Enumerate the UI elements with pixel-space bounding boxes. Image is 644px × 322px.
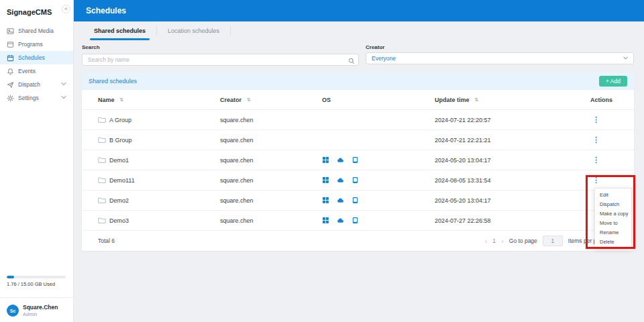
update-time: 2024-07-27 22:26:58 [435,217,590,224]
windows-os-icon [322,156,329,164]
row-actions-button[interactable]: ⋮ [590,136,602,144]
main-content: Schedules Shared schedules Location sche… [74,0,644,322]
sidebar-nav: Shared Media Programs Schedules Events D… [0,24,73,105]
context-menu-item-delete[interactable]: Delete [595,237,631,246]
column-header-name[interactable]: Name [98,97,115,103]
update-time: 2024-05-20 13:04:17 [435,197,590,204]
page-number[interactable]: 1 [492,237,496,244]
go-to-page-label: Go to page [509,237,537,244]
android-os-icon [352,156,359,164]
storage-usage-label: 1.76 / 15.00 GB Used [7,281,66,287]
update-time: 2024-05-20 13:04:17 [435,157,590,164]
creator-label: Creator [366,44,634,50]
sort-icon[interactable]: ⇅ [475,97,479,103]
context-menu-item-edit[interactable]: Edit [595,190,631,199]
row-actions-button[interactable]: ⋮ [590,115,602,124]
divider [230,26,231,36]
table-row[interactable]: B Group square.chen 2024-07-21 22:21:21 … [82,130,634,150]
context-menu-item-rename[interactable]: Rename [595,227,631,237]
next-page-button[interactable]: › [501,237,504,245]
folder-icon [98,196,106,205]
sidebar-item-dispatch[interactable]: Dispatch [0,78,73,91]
update-time: 2024-07-21 22:21:21 [435,137,590,144]
column-header-creator[interactable]: Creator [220,97,241,103]
schedule-creator: square.chen [220,137,322,144]
os-icons [322,197,435,204]
context-menu-item-move-to[interactable]: Move to [595,218,631,227]
storage-bar [7,276,66,278]
table-row[interactable]: Demo2 square.chen 2024-05-20 13:04:17 ⋮ [82,191,634,211]
sidebar-item-label: Shared Media [18,28,54,34]
table-row[interactable]: Demo3 square.chen 2024-07-27 22:26:58 ⋮ [82,211,634,231]
sort-icon[interactable]: ⇅ [120,97,124,103]
filter-bar: Search Creator Everyone [82,44,634,66]
user-name: Square.Chen [23,304,58,311]
table-row[interactable]: Demo111 square.chen 2024-08-05 13:31:54 … [82,170,634,191]
page-title: Schedules [86,6,126,15]
context-menu-item-dispatch[interactable]: Dispatch [595,199,631,209]
android-os-icon [352,217,359,224]
windows-os-icon [322,197,329,204]
schedule-creator: square.chen [220,197,322,204]
folder-icon [98,176,106,185]
avatar: Sc [7,305,19,317]
search-filter: Search [82,44,359,66]
cloud-os-icon [337,156,344,164]
windows-os-icon [322,176,329,184]
schedule-creator: square.chen [220,217,322,224]
os-icons [322,217,435,224]
column-header-os: OS [322,97,331,103]
sidebar-item-shared-media[interactable]: Shared Media [0,24,73,38]
table-row[interactable]: Demo1 square.chen 2024-05-20 13:04:17 ⋮ [82,150,634,170]
row-actions-button[interactable]: ⋮ [590,156,602,164]
schedule-name: Demo3 [109,217,129,224]
tab-shared-schedules[interactable]: Shared schedules [83,21,156,40]
add-button[interactable]: + Add [599,76,627,87]
storage-bar-fill [7,276,14,278]
row-actions-button[interactable]: ⋮ [590,176,602,184]
sidebar-item-schedules[interactable]: Schedules [0,51,73,64]
search-input[interactable] [82,54,359,66]
column-header-update-time[interactable]: Update time [435,97,470,103]
user-profile[interactable]: Sc Square.Chen Admin [7,304,58,317]
creator-select[interactable]: Everyone [366,52,634,64]
prev-page-button[interactable]: ‹ [485,237,488,245]
app-title: SignageCMS [7,8,52,16]
sidebar-item-label: Programs [18,41,43,48]
os-icons [322,156,435,164]
android-os-icon [352,176,359,184]
schedule-name: Demo2 [109,197,129,204]
sidebar-item-settings[interactable]: Settings [0,91,73,105]
collapse-sidebar-icon[interactable]: « [62,5,70,13]
schedule-name: Demo1 [109,157,129,164]
column-header-actions: Actions [590,97,612,103]
update-time: 2024-07-21 22:20:57 [435,117,590,123]
send-icon [7,81,14,89]
sort-icon[interactable]: ⇅ [247,97,251,103]
sidebar-item-events[interactable]: Events [0,64,73,78]
cloud-os-icon [337,197,344,204]
context-menu-item-make-a-copy[interactable]: Make a copy [595,209,631,218]
folder-icon [98,115,106,125]
chevron-down-icon [61,81,66,88]
sidebar-item-label: Dispatch [18,81,40,88]
page-header: Schedules [74,0,644,21]
update-time: 2024-08-05 13:31:54 [435,177,590,184]
image-icon [7,28,14,35]
sidebar-item-programs[interactable]: Programs [0,38,73,51]
android-os-icon [352,197,359,204]
row-context-menu: Edit Dispatch Make a copy Move to Rename… [594,188,632,248]
table-row[interactable]: A Group square.chen 2024-07-21 22:20:57 … [82,110,634,130]
cloud-os-icon [337,176,344,184]
card-header: Shared schedules + Add [82,72,634,90]
gear-icon [7,95,14,102]
programs-icon [7,41,14,48]
schedule-name: B Group [109,137,132,144]
windows-os-icon [322,217,329,224]
schedule-creator: square.chen [220,157,322,164]
sidebar: SignageCMS « Shared Media Programs Sched… [0,0,74,322]
tab-location-schedules[interactable]: Location schedules [157,21,230,40]
schedules-table-card: Shared schedules + Add Name⇅ Creator⇅ OS… [82,72,634,251]
go-to-page-input[interactable] [543,235,563,246]
sidebar-item-label: Settings [18,95,39,101]
